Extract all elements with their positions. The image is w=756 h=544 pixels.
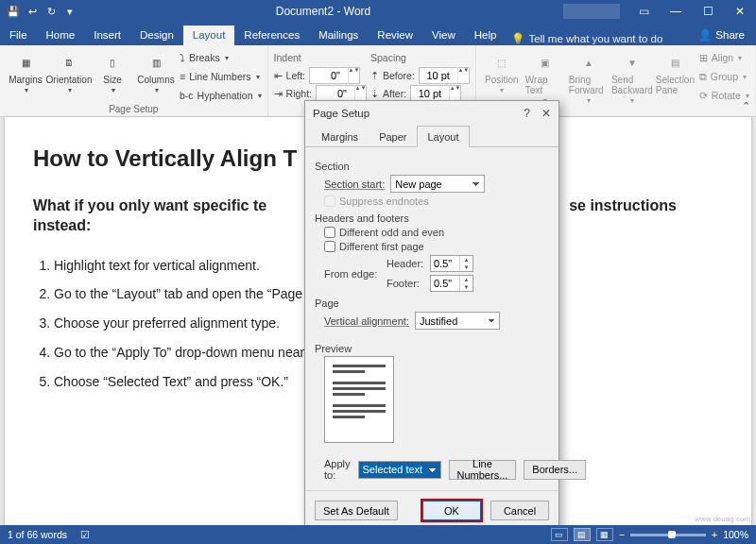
align-icon: ⊞ (699, 52, 708, 63)
zoom-level[interactable]: 100% (723, 529, 748, 540)
tab-references[interactable]: References (234, 26, 309, 45)
window-title: Document2 - Word (83, 5, 563, 18)
quick-access-toolbar: 💾 ↩ ↻ ▾ (0, 4, 83, 19)
wrap-text-button: ▣Wrap Text▾ (525, 47, 565, 105)
indent-left-input[interactable]: ▲▼ (309, 67, 360, 84)
breaks-button[interactable]: ⤵Breaks▾ (180, 49, 262, 66)
section-header: Section (315, 161, 549, 172)
dialog-close-icon[interactable]: ✕ (541, 107, 551, 120)
web-layout-icon[interactable]: ▦ (596, 528, 613, 541)
page-setup-dialog: Page Setup ? ✕ Margins Paper Layout Sect… (304, 100, 559, 531)
margins-button[interactable]: ▦Margins▾ (6, 47, 45, 94)
hyphenation-icon: b-c (180, 90, 194, 101)
tab-mailings[interactable]: Mailings (309, 26, 368, 45)
different-odd-even-checkbox[interactable] (324, 227, 335, 238)
close-button[interactable]: ✕ (724, 0, 756, 23)
tab-layout[interactable]: Layout (183, 26, 235, 45)
share-icon: 👤 (698, 28, 712, 42)
spacing-before-row: ⇡Before:▲▼ (370, 67, 470, 84)
minimize-button[interactable]: — (660, 0, 692, 23)
tab-home[interactable]: Home (37, 26, 85, 45)
account-area[interactable] (563, 4, 620, 19)
suppress-endnotes-label: Suppress endnotes (339, 196, 429, 207)
position-button: ⬚Position▾ (482, 47, 522, 94)
group-page-setup-label: Page Setup (6, 104, 262, 114)
tab-review[interactable]: Review (368, 26, 422, 45)
indent-left-row: ⇤Left:▲▼ (274, 67, 367, 84)
tab-insert[interactable]: Insert (84, 26, 130, 45)
header-distance-input[interactable]: ▲▼ (430, 255, 473, 272)
rotate-icon: ⟳ (699, 90, 708, 101)
breaks-icon: ⤵ (180, 52, 185, 63)
indent-right-icon: ⇥ (274, 88, 283, 99)
indent-header: Indent (274, 49, 367, 66)
section-start-label: Section start: (324, 178, 385, 190)
line-numbers-button[interactable]: ≡Line Numbers▾ (180, 68, 262, 85)
dialog-tab-margins[interactable]: Margins (311, 126, 369, 147)
dialog-tab-paper[interactable]: Paper (369, 126, 417, 147)
section-start-select[interactable]: New page (390, 175, 485, 193)
tell-me[interactable]: 💡 Tell me what you want to do (511, 32, 662, 45)
maximize-button[interactable]: ☐ (692, 0, 724, 23)
spacing-before-input[interactable]: ▲▼ (419, 67, 470, 84)
orientation-button[interactable]: 🗎Orientation▾ (49, 47, 89, 94)
header-label: Header: (387, 258, 426, 269)
cancel-button[interactable]: Cancel (490, 501, 549, 520)
print-layout-icon[interactable]: ▤ (574, 528, 591, 541)
line-numbers-button[interactable]: Line Numbers... (449, 460, 517, 480)
status-bar: 1 of 66 words ☑ ▭ ▤ ▦ − + 100% (0, 525, 756, 544)
indent-left-icon: ⇤ (274, 70, 283, 81)
margins-icon: ▦ (14, 51, 37, 74)
dialog-tab-layout[interactable]: Layout (417, 126, 469, 147)
different-odd-even-label: Different odd and even (339, 227, 444, 238)
apply-to-label: Apply to: (324, 458, 351, 481)
ribbon-display-options-icon[interactable]: ▭ (627, 0, 660, 23)
columns-icon: ▥ (145, 51, 167, 74)
ribbon-tabs: File Home Insert Design Layout Reference… (0, 23, 756, 45)
send-backward-button: ▼Send Backward▾ (612, 47, 652, 105)
titlebar: 💾 ↩ ↻ ▾ Document2 - Word ▭ — ☐ ✕ (0, 0, 756, 23)
watermark: www.deuag.com (695, 515, 750, 523)
spellcheck-icon[interactable]: ☑ (80, 529, 90, 540)
set-default-button[interactable]: Set As Default (315, 501, 398, 520)
footer-distance-input[interactable]: ▲▼ (430, 275, 473, 292)
different-first-page-checkbox[interactable] (324, 241, 335, 252)
undo-icon[interactable]: ↩ (25, 4, 40, 19)
selection-pane-icon: ▤ (664, 51, 687, 74)
ok-button[interactable]: OK (422, 501, 481, 520)
read-mode-icon[interactable]: ▭ (551, 528, 568, 541)
tab-design[interactable]: Design (130, 26, 183, 45)
page-count[interactable]: 1 of 66 words (8, 529, 67, 540)
bulb-icon: 💡 (511, 32, 524, 45)
columns-button[interactable]: ▥Columns▾ (136, 47, 176, 94)
headers-footers-header: Headers and footers (315, 212, 549, 224)
tab-view[interactable]: View (422, 26, 465, 45)
group-icon: ⧉ (699, 71, 707, 83)
dialog-title: Page Setup (313, 108, 369, 119)
apply-to-select[interactable]: Selected text (358, 461, 441, 479)
dialog-help-icon[interactable]: ? (524, 107, 530, 120)
align-button: ⊞Align▾ (699, 49, 749, 66)
tab-file[interactable]: File (0, 26, 37, 45)
spacing-header: Spacing (370, 49, 470, 66)
redo-icon[interactable]: ↻ (43, 4, 59, 19)
hyphenation-button[interactable]: b-cHyphenation▾ (180, 87, 262, 104)
size-button[interactable]: ▯Size▾ (93, 47, 132, 94)
group-button: ⧉Group▾ (699, 68, 749, 85)
share-button[interactable]: 👤 Share (687, 25, 756, 45)
borders-button[interactable]: Borders... (524, 460, 586, 480)
ok-button-highlight: OK (421, 499, 483, 522)
save-icon[interactable]: 💾 (6, 4, 21, 19)
selection-pane-button[interactable]: ▤Selection Pane (656, 47, 696, 95)
zoom-in-button[interactable]: + (712, 529, 717, 540)
bring-forward-icon: ▲ (577, 51, 600, 74)
zoom-out-button[interactable]: − (619, 529, 625, 540)
qat-customize-icon[interactable]: ▾ (62, 4, 77, 19)
vertical-alignment-select[interactable]: Justified (415, 312, 500, 330)
tell-me-label: Tell me what you want to do (528, 33, 662, 44)
collapse-ribbon-icon[interactable]: ⌃ (742, 100, 750, 112)
size-icon: ▯ (101, 51, 124, 74)
share-label: Share (715, 29, 745, 41)
tab-help[interactable]: Help (465, 26, 507, 45)
zoom-slider[interactable] (630, 534, 706, 536)
